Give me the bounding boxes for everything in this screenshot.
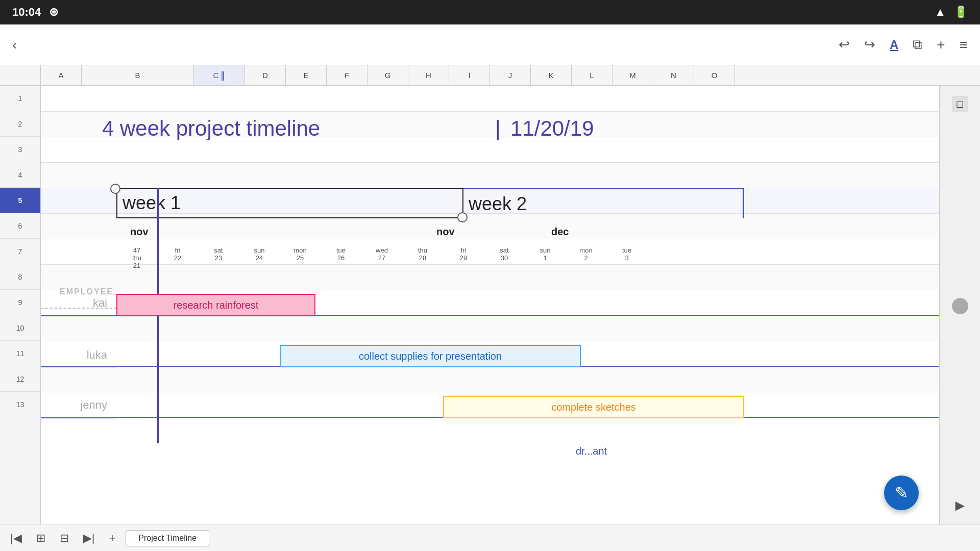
col-header-h[interactable]: H xyxy=(408,65,449,85)
grid-row-bg-10 xyxy=(41,315,939,341)
drag-handle-left[interactable] xyxy=(110,184,120,194)
day-col-7: thu 28 xyxy=(402,246,443,269)
right-panel-square[interactable]: □ xyxy=(952,96,968,112)
row-line-6 xyxy=(41,239,939,239)
undo-button[interactable]: ↩ xyxy=(839,37,850,53)
title-separator: | xyxy=(495,116,501,141)
add-sheet-button[interactable]: + xyxy=(937,37,945,53)
grid[interactable]: 4 week project timeline | 11/20/19 week … xyxy=(41,86,939,524)
at-icon: ⊛ xyxy=(49,6,58,19)
row-num-6[interactable]: 6 xyxy=(0,213,40,239)
right-panel-arrow[interactable]: ◀ xyxy=(955,500,965,514)
bottom-bar: |◀ ⊞ ⊟ ▶| + Project Timeline xyxy=(0,524,980,551)
col-resize-handle[interactable]: ‖ xyxy=(220,70,225,81)
col-header-m[interactable]: M xyxy=(612,65,653,85)
day-col-9: sat 30 xyxy=(484,246,525,269)
col-header-g[interactable]: G xyxy=(368,65,408,85)
column-headers: A B C ‖ D E F G H I J K L M N O xyxy=(0,65,980,86)
employee-label: EMPLOYEE xyxy=(41,287,117,296)
rows-area: 1 2 3 4 5 6 7 8 9 10 11 12 13 xyxy=(0,86,980,524)
fab-edit-button[interactable]: ✎ xyxy=(884,475,919,510)
day-col-4: mon 25 xyxy=(280,246,321,269)
employee-luka: luka xyxy=(41,348,112,362)
add-sheet-button[interactable]: + xyxy=(105,530,119,547)
row-line-10 xyxy=(41,341,939,341)
row-num-3[interactable]: 3 xyxy=(0,137,40,162)
spreadsheet-date[interactable]: 11/20/19 xyxy=(510,116,594,141)
grid-row-bg-1 xyxy=(41,86,939,111)
day-col-8: fri 29 xyxy=(443,246,484,269)
time-display: 10:04 xyxy=(12,6,41,19)
employee-line-jenny xyxy=(41,417,116,418)
col-header-e[interactable]: E xyxy=(286,65,327,85)
day-headers: 47 thu 21 fri 22 sat 23 xyxy=(116,246,647,269)
row-line-1 xyxy=(41,111,939,112)
day-col-0: 47 thu 21 xyxy=(116,246,157,269)
month-dec: dec xyxy=(551,226,569,238)
toolbar: ‹ ↩ ↪ A ⧉ + ≡ xyxy=(0,24,980,65)
task-collect-supplies[interactable]: collect supplies for presentation xyxy=(280,345,581,367)
row-num-5[interactable]: 5 xyxy=(0,188,40,213)
col-header-k[interactable]: K xyxy=(531,65,572,85)
row-numbers: 1 2 3 4 5 6 7 8 9 10 11 12 13 xyxy=(0,86,41,524)
row-num-13[interactable]: 13 xyxy=(0,392,40,417)
col-header-n[interactable]: N xyxy=(653,65,694,85)
nav-prev-sheet-button[interactable]: ⊞ xyxy=(32,530,50,547)
month-nov2: nov xyxy=(436,226,455,238)
signal-icon: ▲ xyxy=(935,6,946,19)
month-nov1: nov xyxy=(130,226,149,238)
day-col-3: sun 24 xyxy=(239,246,280,269)
drag-handle-right[interactable] xyxy=(457,212,468,222)
task-research-rainforest[interactable]: research rainforest xyxy=(116,294,315,316)
employee-jenny: jenny xyxy=(41,398,112,412)
col-header-f[interactable]: F xyxy=(327,65,368,85)
insert-image-button[interactable]: ⧉ xyxy=(913,37,922,53)
row-num-1[interactable]: 1 xyxy=(0,86,40,111)
sheet-tab[interactable]: Project Timeline xyxy=(126,530,209,546)
right-panel-circle[interactable] xyxy=(952,298,968,314)
row-line-12 xyxy=(41,392,939,392)
menu-button[interactable]: ≡ xyxy=(960,37,968,53)
day-col-1: fri 22 xyxy=(157,246,198,269)
nav-import-button[interactable]: ⊟ xyxy=(56,530,73,547)
row-num-8[interactable]: 8 xyxy=(0,264,40,290)
row-num-10[interactable]: 10 xyxy=(0,315,40,341)
col-header-l[interactable]: L xyxy=(572,65,612,85)
spreadsheet: A B C ‖ D E F G H I J K L M N O 1 2 3 4 … xyxy=(0,65,980,524)
col-header-a[interactable]: A xyxy=(41,65,82,85)
back-button[interactable]: ‹ xyxy=(12,37,17,53)
row-num-7[interactable]: 7 xyxy=(0,239,40,264)
nav-last-button[interactable]: ▶| xyxy=(79,530,99,547)
employee-line-kai xyxy=(41,315,116,316)
day-col-5: tue 26 xyxy=(321,246,361,269)
task-partial-dr: dr...ant xyxy=(576,445,607,457)
row-num-2[interactable]: 2 xyxy=(0,111,40,137)
format-text-button[interactable]: A xyxy=(890,38,898,52)
week2-box[interactable]: week 2 xyxy=(463,188,744,218)
right-panel: □ ◀ xyxy=(939,86,980,524)
day-col-12: tue 3 xyxy=(606,246,647,269)
row-num-9[interactable]: 9 xyxy=(0,290,40,315)
row-num-11[interactable]: 11 xyxy=(0,341,40,366)
employee-kai: kai xyxy=(41,296,112,310)
nav-first-button[interactable]: |◀ xyxy=(6,530,26,547)
status-bar: 10:04 ⊛ ▲ 🔋 xyxy=(0,0,980,24)
col-header-c[interactable]: C ‖ xyxy=(194,65,245,85)
week1-box[interactable]: week 1 xyxy=(116,188,463,218)
col-header-d[interactable]: D xyxy=(245,65,286,85)
task-complete-sketches[interactable]: complete sketches xyxy=(443,396,744,418)
col-header-o[interactable]: O xyxy=(694,65,735,85)
col-header-i[interactable]: I xyxy=(449,65,490,85)
spreadsheet-title[interactable]: 4 week project timeline xyxy=(102,116,320,141)
grid-row-bg-12 xyxy=(41,366,939,392)
row-num-12[interactable]: 12 xyxy=(0,366,40,392)
day-col-10: sun 1 xyxy=(525,246,566,269)
redo-button[interactable]: ↪ xyxy=(864,37,875,53)
battery-icon: 🔋 xyxy=(954,6,968,19)
col-header-b[interactable]: B xyxy=(82,65,194,85)
day-col-2: sat 23 xyxy=(198,246,239,269)
day-col-6: wed 27 xyxy=(361,246,402,269)
row-num-4[interactable]: 4 xyxy=(0,162,40,188)
col-header-j[interactable]: J xyxy=(490,65,531,85)
day-col-11: mon 2 xyxy=(566,246,606,269)
